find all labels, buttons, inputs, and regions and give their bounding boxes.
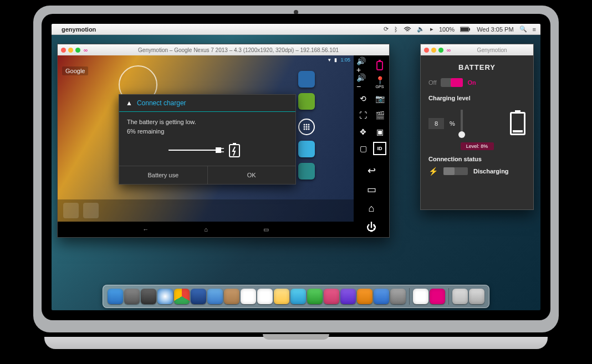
home-button[interactable]: ⌂ — [204, 226, 208, 233]
notes-icon[interactable] — [274, 289, 289, 304]
android-back-icon[interactable]: ↩ — [363, 164, 380, 177]
safari-icon[interactable] — [157, 289, 173, 304]
flag-icon[interactable]: ▸ — [430, 25, 433, 33]
svg-point-8 — [308, 126, 310, 128]
appstore-icon[interactable] — [374, 289, 389, 304]
messages-icon[interactable] — [290, 289, 306, 304]
svg-point-4 — [306, 124, 308, 126]
virtualbox-icon[interactable] — [191, 289, 206, 304]
photo-booth-icon[interactable] — [324, 289, 339, 304]
app-icon[interactable] — [298, 141, 315, 157]
sync-icon[interactable]: ⟳ — [384, 25, 389, 33]
launchpad-icon[interactable] — [124, 289, 140, 304]
android-recents-icon[interactable]: ▭ — [363, 183, 380, 196]
trash-icon[interactable] — [469, 289, 484, 304]
downloads-icon[interactable] — [452, 289, 468, 304]
google-search-widget[interactable]: Google — [62, 66, 88, 75]
bezel: genymotion ⟳ ᛒ 🔈 ▸ 100% Wed 3:05 PM 🔍 ≡ — [42, 14, 550, 320]
emulator-title-text: Genymotion – Google Nexus 7 2013 – 4.3 (… — [91, 47, 386, 53]
level-tooltip: Level: 8% — [461, 142, 494, 150]
connection-value: Discharging — [473, 168, 509, 175]
menubar-clock[interactable]: Wed 3:05 PM — [477, 26, 513, 33]
back-button[interactable]: ← — [142, 226, 149, 233]
itunes-icon[interactable] — [340, 289, 356, 304]
close-icon[interactable] — [61, 48, 66, 53]
battery-icon[interactable] — [460, 27, 471, 32]
power-icon[interactable]: ⏻ — [363, 221, 380, 234]
battery-low-dialog: ▲ Connect charger The battery is getting… — [119, 94, 296, 184]
app-icon[interactable] — [298, 71, 315, 88]
minimize-icon[interactable] — [68, 48, 73, 53]
move-icon[interactable]: ✥ — [356, 125, 370, 139]
app-icon[interactable] — [298, 163, 315, 180]
macos-dock — [103, 285, 489, 308]
percent-input[interactable]: 8 — [428, 118, 444, 129]
level-slider[interactable] — [461, 110, 463, 137]
battery-use-button[interactable]: Battery use — [119, 166, 207, 184]
battery-widget-icon[interactable] — [373, 59, 386, 72]
dialog-line1: The battery is getting low. — [127, 117, 288, 127]
svg-rect-18 — [377, 61, 382, 70]
battery-level-icon — [510, 112, 525, 135]
battery-panel-titlebar[interactable]: ∞ Genymotion — [421, 44, 533, 55]
emulator-titlebar[interactable]: ∞ Genymotion – Google Nexus 7 2013 – 4.3… — [58, 44, 389, 55]
svg-rect-13 — [216, 147, 221, 153]
android-screen[interactable]: ▾ ▮ 1:05 Google — [58, 55, 354, 237]
svg-point-7 — [306, 126, 308, 128]
gps-icon[interactable]: 📍GPS — [373, 75, 386, 89]
svg-rect-2 — [461, 28, 468, 31]
minimize-icon[interactable] — [431, 48, 436, 53]
volume-up-icon[interactable]: 🔊+ — [356, 59, 370, 72]
genymotion-logo-icon[interactable] — [430, 289, 445, 304]
macos-menubar: genymotion ⟳ ᛒ 🔈 ▸ 100% Wed 3:05 PM 🔍 ≡ — [52, 24, 540, 35]
apps-grid-button[interactable] — [298, 119, 315, 135]
ibooks-icon[interactable] — [357, 289, 372, 304]
finder-icon[interactable] — [108, 289, 123, 304]
mail-icon[interactable] — [207, 289, 223, 304]
svg-point-11 — [308, 129, 310, 130]
menubar-app-name[interactable]: genymotion — [62, 26, 96, 33]
zoom-icon[interactable] — [75, 48, 80, 53]
notifications-icon[interactable]: ≡ — [533, 26, 536, 33]
charger-graphic — [127, 142, 288, 158]
tray-icon[interactable] — [83, 203, 99, 218]
dialog-line2: 6% remaining — [127, 127, 288, 136]
svg-point-10 — [306, 129, 308, 130]
reminders-icon[interactable] — [257, 289, 273, 304]
tray-icon[interactable] — [63, 203, 79, 218]
clapper-icon[interactable]: 🎬 — [373, 109, 386, 122]
svg-rect-17 — [233, 143, 236, 145]
wifi-icon[interactable] — [404, 27, 411, 32]
android-clock: 1:05 — [340, 57, 350, 63]
preferences-icon[interactable] — [390, 289, 406, 304]
calendar-icon[interactable] — [241, 289, 256, 304]
recents-button[interactable]: ▭ — [263, 226, 269, 233]
camera-icon[interactable]: 📷 — [373, 92, 386, 105]
svg-point-9 — [304, 129, 305, 130]
close-icon[interactable] — [424, 48, 429, 53]
svg-point-5 — [308, 124, 310, 126]
mission-control-icon[interactable] — [141, 289, 156, 304]
ok-button[interactable]: OK — [207, 166, 296, 184]
chrome-icon[interactable] — [174, 289, 190, 304]
rotate-icon[interactable]: ⟲ — [356, 92, 370, 105]
battery-enable-toggle[interactable] — [441, 78, 463, 87]
remote-icon[interactable]: ▣ — [373, 125, 386, 139]
spotlight-icon[interactable]: 🔍 — [519, 25, 527, 33]
contacts-icon[interactable] — [224, 289, 239, 304]
volume-icon[interactable]: 🔈 — [417, 25, 425, 33]
id-icon[interactable]: ID — [373, 142, 386, 155]
square-icon[interactable]: ▢ — [356, 142, 370, 155]
battery-panel-window: ∞ Genymotion BATTERY Off On Charging lev… — [420, 44, 534, 210]
zoom-icon[interactable] — [438, 48, 443, 53]
android-home-icon[interactable]: ⌂ — [363, 202, 380, 215]
connection-status-label: Connection status — [428, 156, 525, 162]
app-icon[interactable] — [298, 93, 315, 110]
volume-down-icon[interactable]: 🔊− — [356, 75, 370, 89]
fullscreen-icon[interactable]: ⛶ — [356, 109, 370, 122]
connection-toggle[interactable] — [443, 167, 468, 175]
genymotion-app-icon[interactable] — [413, 289, 428, 304]
bluetooth-icon[interactable]: ᛒ — [394, 26, 398, 33]
percent-unit: % — [450, 120, 455, 127]
facetime-icon[interactable] — [307, 289, 323, 304]
